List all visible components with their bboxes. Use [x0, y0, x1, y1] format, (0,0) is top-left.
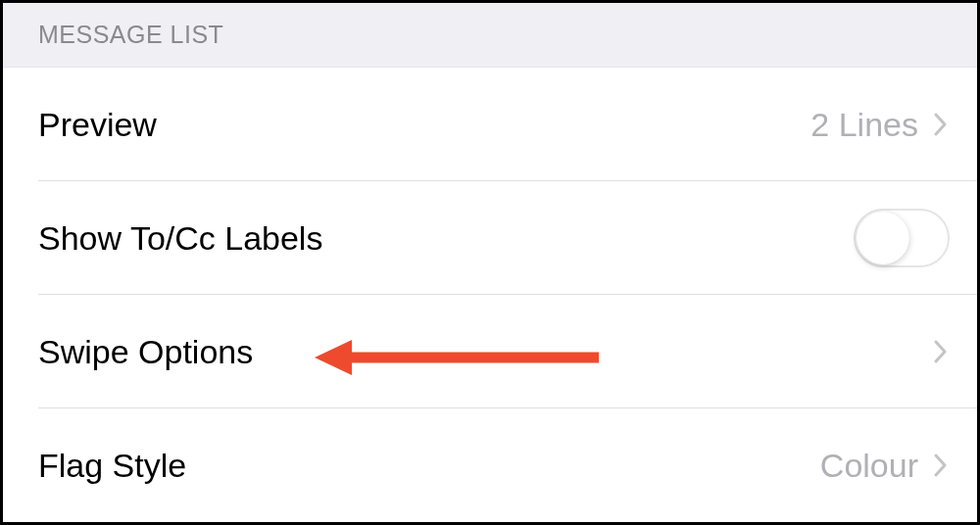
swipe-options-row[interactable]: Swipe Options — [3, 295, 977, 408]
flag-style-label: Flag Style — [38, 447, 186, 485]
show-to-cc-label: Show To/Cc Labels — [38, 219, 322, 258]
toggle-knob — [857, 212, 909, 264]
preview-row[interactable]: Preview 2 Lines — [3, 68, 977, 181]
flag-style-value: Colour — [820, 447, 918, 485]
swipe-options-label: Swipe Options — [38, 333, 253, 371]
section-header-label: MESSAGE LIST — [38, 21, 223, 48]
preview-value: 2 Lines — [810, 106, 918, 144]
settings-frame: MESSAGE LIST Preview 2 Lines Show To/Cc … — [0, 0, 980, 525]
section-header: MESSAGE LIST — [3, 3, 977, 68]
show-to-cc-row[interactable]: Show To/Cc Labels — [3, 181, 977, 295]
chevron-right-icon — [932, 337, 950, 366]
preview-right: 2 Lines — [810, 106, 950, 144]
flag-style-row[interactable]: Flag Style Colour — [3, 408, 977, 522]
settings-list: Preview 2 Lines Show To/Cc Labels — [3, 68, 977, 522]
show-to-cc-toggle[interactable] — [854, 209, 950, 267]
flag-style-right: Colour — [820, 447, 950, 485]
preview-label: Preview — [38, 106, 157, 144]
show-to-cc-right — [854, 209, 950, 267]
chevron-right-icon — [932, 451, 950, 480]
chevron-right-icon — [932, 110, 950, 139]
swipe-options-right — [932, 337, 950, 366]
